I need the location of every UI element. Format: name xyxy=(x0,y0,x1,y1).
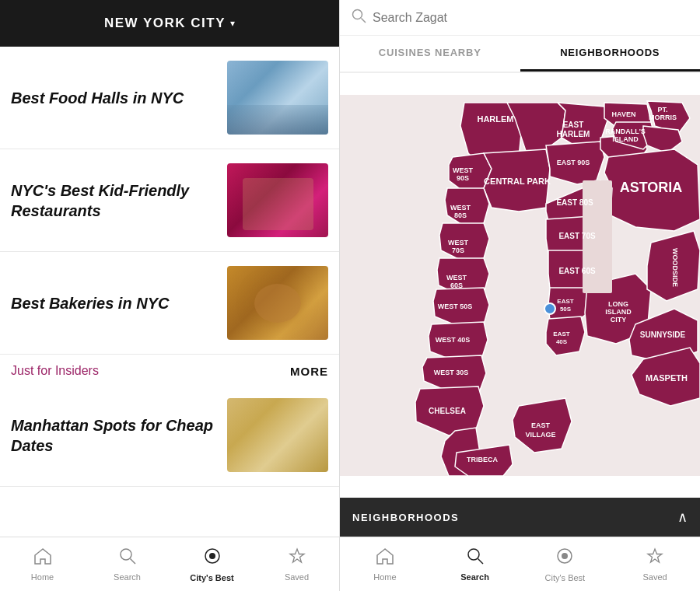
svg-point-3 xyxy=(209,553,215,559)
svg-text:WEST 30S: WEST 30S xyxy=(434,369,469,376)
article-thumbnail xyxy=(227,61,328,135)
svg-text:CHELSEA: CHELSEA xyxy=(429,407,466,415)
search-icon xyxy=(119,547,136,569)
svg-text:WEST: WEST xyxy=(453,166,474,174)
svg-text:HAVEN: HAVEN xyxy=(612,110,636,118)
svg-text:40S: 40S xyxy=(556,338,568,345)
svg-text:RANDALL'S: RANDALL'S xyxy=(605,128,646,135)
svg-text:CITY: CITY xyxy=(611,316,627,323)
more-button[interactable]: MORE xyxy=(290,365,328,378)
citys-best-icon xyxy=(203,547,222,570)
article-title: Best Food Halls in NYC xyxy=(11,88,227,108)
svg-text:90S: 90S xyxy=(457,174,469,182)
svg-text:ISLAND: ISLAND xyxy=(605,308,632,316)
search-bar[interactable] xyxy=(340,0,700,36)
chevron-down-icon: ▾ xyxy=(230,18,235,29)
svg-line-1 xyxy=(130,558,135,564)
svg-point-4 xyxy=(353,10,362,19)
svg-line-5 xyxy=(362,19,366,23)
tabs-row: CUISINES NEARBY NEIGHBORHOODS xyxy=(340,36,700,73)
right-bottom-nav: Home Search City's Best xyxy=(340,537,700,591)
svg-text:EAST 80S: EAST 80S xyxy=(556,198,593,207)
citys-best-icon xyxy=(555,547,574,570)
article-item[interactable]: Manhattan Spots for Cheap Dates xyxy=(0,384,339,487)
nav-saved-label: Saved xyxy=(285,572,309,582)
svg-text:ISLAND: ISLAND xyxy=(612,135,639,143)
nav-citys-best[interactable]: City's Best xyxy=(185,547,240,582)
svg-text:EAST 90S: EAST 90S xyxy=(557,159,590,166)
article-item[interactable]: NYC's Best Kid-Friendly Restaurants xyxy=(0,149,339,252)
svg-text:60S: 60S xyxy=(450,282,463,289)
svg-text:WEST: WEST xyxy=(448,239,469,247)
svg-point-82 xyxy=(562,553,568,559)
nav-citys-best-label: City's Best xyxy=(190,573,233,582)
svg-text:EAST: EAST xyxy=(563,121,584,129)
article-thumbnail xyxy=(227,163,328,237)
right-nav-search[interactable]: Search xyxy=(448,547,502,582)
map-container[interactable]: HARLEM EAST HARLEM PT. MORRIS HAVEN RAND… xyxy=(340,73,700,498)
svg-text:HARLEM: HARLEM xyxy=(557,130,590,138)
chevron-up-icon: ∧ xyxy=(677,509,688,526)
right-nav-citys-best-label: City's Best xyxy=(545,573,586,582)
search-icon xyxy=(467,547,484,569)
insiders-label: Just for Insiders xyxy=(11,364,99,378)
article-thumbnail xyxy=(227,266,328,340)
right-panel: CUISINES NEARBY NEIGHBORHOODS xyxy=(340,0,700,591)
right-nav-search-label: Search xyxy=(460,572,489,582)
article-item[interactable]: Best Food Halls in NYC xyxy=(0,47,339,149)
svg-text:LONG: LONG xyxy=(608,300,628,308)
right-nav-citys-best[interactable]: City's Best xyxy=(537,547,592,582)
svg-text:ASTORIA: ASTORIA xyxy=(620,180,683,195)
svg-line-80 xyxy=(478,558,483,564)
svg-text:EAST 60S: EAST 60S xyxy=(558,267,596,275)
home-icon xyxy=(33,547,52,569)
svg-point-27 xyxy=(544,303,555,314)
svg-text:MASPETH: MASPETH xyxy=(646,373,688,383)
search-input[interactable] xyxy=(373,11,689,25)
home-icon xyxy=(376,547,394,569)
svg-text:EAST: EAST xyxy=(531,421,551,429)
left-header[interactable]: NEW YORK CITY ▾ xyxy=(0,0,339,47)
neighborhoods-panel-label: NEIGHBORHOODS xyxy=(352,512,459,523)
svg-text:WEST 50S: WEST 50S xyxy=(438,302,473,310)
svg-text:SUNNYSIDE: SUNNYSIDE xyxy=(640,330,686,339)
nav-saved[interactable]: Saved xyxy=(270,547,324,582)
svg-text:MORRIS: MORRIS xyxy=(649,114,677,121)
article-title: Manhattan Spots for Cheap Dates xyxy=(11,415,227,456)
svg-text:80S: 80S xyxy=(454,212,467,219)
left-bottom-nav: Home Search City's Best xyxy=(0,537,339,591)
right-nav-home[interactable]: Home xyxy=(358,547,412,582)
articles-list: Best Food Halls in NYC NYC's Best Kid-Fr… xyxy=(0,47,339,537)
svg-text:PT.: PT. xyxy=(657,106,667,114)
svg-text:WEST 40S: WEST 40S xyxy=(436,336,471,344)
nav-search[interactable]: Search xyxy=(100,547,155,582)
article-item[interactable]: Best Bakeries in NYC xyxy=(0,252,339,355)
article-title: NYC's Best Kid-Friendly Restaurants xyxy=(11,180,227,221)
article-thumbnail xyxy=(227,398,328,472)
city-title: NEW YORK CITY xyxy=(104,16,226,31)
nav-search-label: Search xyxy=(114,572,141,582)
neighborhoods-panel[interactable]: NEIGHBORHOODS ∧ xyxy=(340,498,700,537)
right-nav-home-label: Home xyxy=(373,572,396,582)
right-nav-saved-label: Saved xyxy=(643,572,667,582)
tab-neighborhoods[interactable]: NEIGHBORHOODS xyxy=(520,36,701,72)
saved-icon xyxy=(646,547,663,569)
svg-text:70S: 70S xyxy=(452,247,464,254)
search-icon xyxy=(351,8,366,27)
saved-icon xyxy=(289,547,306,569)
svg-text:WEST: WEST xyxy=(446,274,467,282)
svg-text:HARLEM: HARLEM xyxy=(477,114,513,124)
svg-text:WEST: WEST xyxy=(450,204,471,212)
article-title: Best Bakeries in NYC xyxy=(11,293,227,313)
tab-cuisines-nearby[interactable]: CUISINES NEARBY xyxy=(340,36,520,72)
svg-text:WOODSIDE: WOODSIDE xyxy=(671,248,679,287)
svg-text:EAST: EAST xyxy=(557,298,573,305)
neighborhood-map: HARLEM EAST HARLEM PT. MORRIS HAVEN RAND… xyxy=(340,73,700,498)
svg-text:EAST 70S: EAST 70S xyxy=(558,232,596,240)
right-nav-saved[interactable]: Saved xyxy=(628,547,682,582)
svg-text:TRIBECA: TRIBECA xyxy=(467,456,498,463)
insiders-row: Just for Insiders MORE xyxy=(0,355,339,384)
svg-text:EAST: EAST xyxy=(553,330,569,337)
nav-home-label: Home xyxy=(31,572,54,582)
nav-home[interactable]: Home xyxy=(16,547,70,582)
